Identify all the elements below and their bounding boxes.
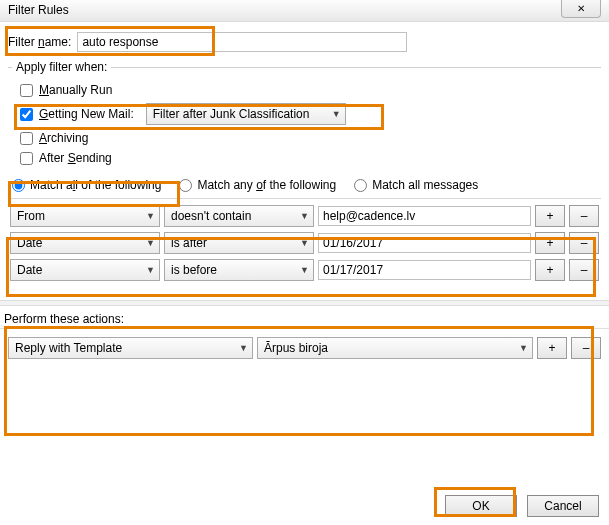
- remove-action-button[interactable]: –: [571, 337, 601, 359]
- filter-name-input[interactable]: [77, 32, 407, 52]
- match-every-radio[interactable]: [354, 179, 367, 192]
- remove-condition-button[interactable]: –: [569, 205, 599, 227]
- match-any-radio[interactable]: [179, 179, 192, 192]
- close-button[interactable]: ✕: [561, 0, 601, 18]
- condition-op-select[interactable]: doesn't contain▼: [164, 205, 314, 227]
- add-action-button[interactable]: +: [537, 337, 567, 359]
- manually-run-label: Manually Run: [39, 83, 112, 97]
- chevron-down-icon: ▼: [146, 238, 155, 248]
- match-any-label: Match any of the following: [197, 178, 336, 192]
- after-sending-checkbox[interactable]: [20, 152, 33, 165]
- remove-condition-button[interactable]: –: [569, 232, 599, 254]
- condition-op-select[interactable]: is before▼: [164, 259, 314, 281]
- chevron-down-icon: ▼: [239, 343, 248, 353]
- manually-run-checkbox[interactable]: [20, 84, 33, 97]
- action-row: Reply with Template▼ Ārpus biroja▼ + –: [8, 337, 601, 359]
- cancel-button[interactable]: Cancel: [527, 495, 599, 517]
- condition-value-input[interactable]: [318, 206, 531, 226]
- condition-value-input[interactable]: [318, 233, 531, 253]
- window-title: Filter Rules: [8, 3, 69, 17]
- condition-field-select[interactable]: Date▼: [10, 232, 160, 254]
- match-every-label: Match all messages: [372, 178, 478, 192]
- condition-op-select[interactable]: is after▼: [164, 232, 314, 254]
- match-all-radio[interactable]: [12, 179, 25, 192]
- chevron-down-icon: ▼: [519, 343, 528, 353]
- condition-row: Date▼ is after▼ + –: [10, 232, 599, 254]
- chevron-down-icon: ▼: [146, 211, 155, 221]
- chevron-down-icon: ▼: [332, 109, 341, 119]
- archiving-checkbox[interactable]: [20, 132, 33, 145]
- remove-condition-button[interactable]: –: [569, 259, 599, 281]
- chevron-down-icon: ▼: [300, 238, 309, 248]
- condition-field-select[interactable]: From▼: [10, 205, 160, 227]
- condition-value-input[interactable]: [318, 260, 531, 280]
- conditions-list: From▼ doesn't contain▼ + – Date▼ is afte…: [8, 199, 601, 292]
- filter-name-label: Filter name:: [8, 35, 71, 49]
- add-condition-button[interactable]: +: [535, 232, 565, 254]
- ok-button[interactable]: OK: [445, 495, 517, 517]
- action-template-select[interactable]: Ārpus biroja▼: [257, 337, 533, 359]
- add-condition-button[interactable]: +: [535, 259, 565, 281]
- chevron-down-icon: ▼: [146, 265, 155, 275]
- condition-row: Date▼ is before▼ + –: [10, 259, 599, 281]
- getting-new-mail-checkbox[interactable]: [20, 108, 33, 121]
- condition-field-select[interactable]: Date▼: [10, 259, 160, 281]
- apply-when-legend: Apply filter when:: [12, 60, 111, 74]
- chevron-down-icon: ▼: [300, 265, 309, 275]
- match-all-label: Match all of the following: [30, 178, 161, 192]
- add-condition-button[interactable]: +: [535, 205, 565, 227]
- close-icon: ✕: [577, 3, 585, 14]
- junk-classification-select[interactable]: Filter after Junk Classification▼: [146, 103, 346, 125]
- condition-row: From▼ doesn't contain▼ + –: [10, 205, 599, 227]
- chevron-down-icon: ▼: [300, 211, 309, 221]
- action-type-select[interactable]: Reply with Template▼: [8, 337, 253, 359]
- actions-header: Perform these actions:: [0, 306, 609, 329]
- apply-when-group: Apply filter when: Manually Run Getting …: [8, 60, 601, 168]
- getting-new-mail-label: Getting New Mail:: [39, 107, 134, 121]
- after-sending-label: After Sending: [39, 151, 112, 165]
- archiving-label: Archiving: [39, 131, 88, 145]
